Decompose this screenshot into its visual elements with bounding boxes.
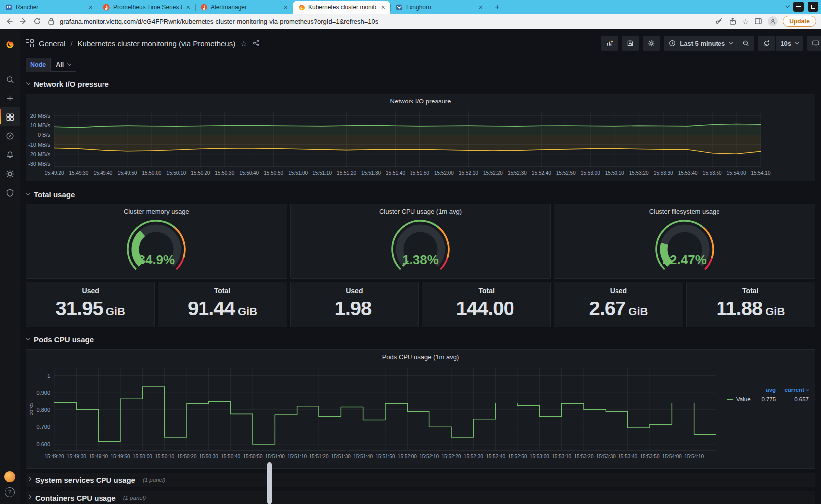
memory-used-stat[interactable]: Used 31.95GiB xyxy=(26,282,155,327)
breadcrumb-folder[interactable]: General xyxy=(39,39,65,48)
forward-icon[interactable] xyxy=(19,17,28,26)
back-icon[interactable] xyxy=(5,17,14,26)
search-icon[interactable] xyxy=(0,70,20,89)
section-title: Pods CPU usage xyxy=(34,335,94,344)
alerting-bell-icon[interactable] xyxy=(0,145,20,164)
help-icon[interactable]: ? xyxy=(5,487,15,497)
browser-profile-avatar[interactable] xyxy=(768,16,778,26)
cpu-used-stat[interactable]: Used 1.98 xyxy=(290,282,419,327)
gauge-value: 34.9% xyxy=(26,252,287,268)
variable-value-dropdown[interactable]: All xyxy=(50,58,76,72)
cluster-memory-gauge-panel[interactable]: Cluster memory usage 34.9% xyxy=(26,204,287,279)
favorite-star-icon[interactable]: ☆ xyxy=(240,40,247,47)
panel-title: Cluster CPU usage (1m avg) xyxy=(291,204,551,215)
legend-avg-header[interactable]: avg xyxy=(754,386,776,396)
save-dashboard-button[interactable] xyxy=(622,36,639,51)
filesystem-used-stat[interactable]: Used 2.67GiB xyxy=(554,282,683,327)
legend-current-value: 0.657 xyxy=(776,396,809,403)
browser-tab-rancher[interactable]: Rancher × xyxy=(0,1,98,14)
time-range-label: Last 5 minutes xyxy=(680,40,725,47)
refresh-button[interactable] xyxy=(758,36,775,51)
browser-tab-longhorn[interactable]: Longhorn × xyxy=(390,1,488,14)
explore-compass-icon[interactable] xyxy=(0,126,20,145)
section-system-services-collapsed[interactable]: System services CPU usage (1 panel) xyxy=(26,473,815,487)
share-dashboard-icon[interactable] xyxy=(252,39,260,47)
tab-title: Kubernetes cluster monitoring (v xyxy=(308,4,377,11)
section-pods-cpu[interactable]: Pods CPU usage xyxy=(27,334,815,344)
svg-text:15:51:20: 15:51:20 xyxy=(309,454,329,459)
breadcrumb-separator: / xyxy=(70,39,72,48)
grafana-logo-icon[interactable] xyxy=(0,33,20,56)
svg-text:15:50:10: 15:50:10 xyxy=(166,170,186,176)
tab-close-icon[interactable]: × xyxy=(185,3,191,11)
svg-text:0.600: 0.600 xyxy=(36,441,50,447)
svg-text:15:52:00: 15:52:00 xyxy=(398,454,417,459)
dashboard-grid-icon[interactable] xyxy=(26,39,34,47)
svg-text:15:49:20: 15:49:20 xyxy=(45,454,64,459)
svg-text:10 MB/s: 10 MB/s xyxy=(30,122,51,128)
browser-toolbar: grafana.monitor.viettq.com/d/eG4FPRwnk/k… xyxy=(0,14,821,29)
legend-series[interactable]: Value xyxy=(722,396,754,403)
browser-tab-alertmanager[interactable]: Alertmanager × xyxy=(195,1,293,14)
password-key-icon[interactable] xyxy=(715,17,723,26)
chrome-update-button[interactable]: Update xyxy=(783,16,816,27)
browser-tab-grafana-active[interactable]: Kubernetes cluster monitoring (v × xyxy=(293,1,390,14)
prometheus-favicon xyxy=(103,3,110,11)
tab-title: Rancher xyxy=(16,4,85,11)
tab-title: Alertmanager xyxy=(211,4,280,11)
section-total-usage[interactable]: Total usage xyxy=(27,189,815,199)
dashboard-settings-button[interactable] xyxy=(643,36,660,51)
memory-total-stat[interactable]: Total 91.44GiB xyxy=(158,282,287,327)
svg-text:15:49:40: 15:49:40 xyxy=(89,454,108,459)
dashboards-icon[interactable] xyxy=(0,107,20,126)
add-panel-button[interactable] xyxy=(601,36,618,51)
restore-button[interactable] xyxy=(808,2,818,12)
svg-text:15:50:40: 15:50:40 xyxy=(221,454,240,459)
breadcrumb-title[interactable]: Kubernetes cluster monitoring (via Prome… xyxy=(78,39,236,48)
svg-text:15:52:20: 15:52:20 xyxy=(442,454,461,459)
grafana-favicon xyxy=(298,3,306,11)
address-bar[interactable]: grafana.monitor.viettq.com/d/eG4FPRwnk/k… xyxy=(47,17,710,26)
refresh-interval-picker[interactable]: 10s xyxy=(776,36,803,51)
cluster-filesystem-gauge-panel[interactable]: Cluster filesystem usage 22.47% xyxy=(554,204,815,279)
create-plus-icon[interactable] xyxy=(0,89,20,107)
tab-close-icon[interactable]: × xyxy=(380,3,386,11)
stat-value: 144.00 xyxy=(456,298,513,320)
side-panel-icon[interactable] xyxy=(754,17,763,26)
reload-icon[interactable] xyxy=(33,17,42,26)
svg-text:15:52:50: 15:52:50 xyxy=(508,454,527,459)
zoom-out-button[interactable] xyxy=(737,36,754,51)
svg-text:15:53:50: 15:53:50 xyxy=(640,454,660,459)
user-avatar[interactable] xyxy=(4,471,15,482)
chart-legend: avg current Value 0.775 0.657 xyxy=(722,361,815,466)
minimize-button[interactable] xyxy=(793,2,804,12)
svg-text:15:52:10: 15:52:10 xyxy=(419,454,439,459)
time-range-picker[interactable]: Last 5 minutes xyxy=(664,36,737,51)
cpu-total-stat[interactable]: Total 144.00 xyxy=(422,282,551,327)
cluster-cpu-gauge-panel[interactable]: Cluster CPU usage (1m avg) 1.38% xyxy=(290,204,551,279)
stat-unit: GiB xyxy=(106,305,125,318)
configuration-gear-icon[interactable] xyxy=(0,164,20,183)
tab-close-icon[interactable]: × xyxy=(283,3,289,11)
browser-tab-prometheus[interactable]: Prometheus Time Series Collectio × xyxy=(98,1,195,14)
legend-current-header[interactable]: current xyxy=(776,386,809,396)
admin-shield-icon[interactable] xyxy=(0,183,20,202)
filesystem-total-stat[interactable]: Total 11.88GiB xyxy=(686,282,815,327)
tab-search-chevron-icon[interactable] xyxy=(786,4,790,8)
section-network-io[interactable]: Network I/O pressure xyxy=(27,79,815,89)
cycle-view-button[interactable] xyxy=(807,36,821,51)
pods-cpu-panel[interactable]: Pods CPU usage (1m avg) 10.9000.8000.700… xyxy=(26,349,815,469)
new-tab-button[interactable]: + xyxy=(491,1,504,14)
stat-unit: GiB xyxy=(765,305,785,318)
svg-text:-20 MB/s: -20 MB/s xyxy=(28,151,51,157)
tab-close-icon[interactable]: × xyxy=(88,3,94,11)
svg-text:15:50:40: 15:50:40 xyxy=(239,170,259,176)
network-io-panel[interactable]: Network I/O pressure 20 MB/s10 MB/s0 B/s… xyxy=(26,94,815,181)
section-containers-collapsed[interactable]: Containers CPU usage (1 panel) xyxy=(26,491,815,504)
share-icon[interactable] xyxy=(728,17,737,26)
svg-text:15:51:50: 15:51:50 xyxy=(376,454,395,459)
bookmark-star-icon[interactable]: ☆ xyxy=(742,18,749,25)
tab-close-icon[interactable]: × xyxy=(478,3,484,11)
svg-text:15:50:20: 15:50:20 xyxy=(177,454,197,459)
template-variables: Node All xyxy=(26,58,815,72)
